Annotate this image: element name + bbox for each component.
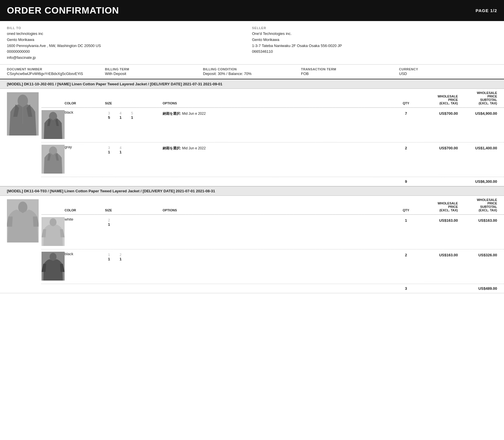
- currency-value: USD: [399, 72, 497, 76]
- billing-term-cell: BILLING TERM With Deposit: [105, 67, 203, 76]
- group-total-qty: 9: [394, 179, 418, 184]
- group-total-amount: US$6,300.00: [458, 179, 504, 184]
- currency-label: CURRENCY: [399, 67, 497, 71]
- variant-options-cell: [163, 252, 394, 253]
- variant-options-cell: 納期を選択: Mid Jun e 2022: [163, 110, 394, 116]
- transaction-term-cell: TRANSACTION TERM FOB: [301, 67, 399, 76]
- seller-block: SELLER One'd Technologies inc. Gento Mor…: [252, 26, 497, 61]
- variant-qty-cell: 7: [394, 110, 418, 116]
- variant-row: gray3141納期を選択: Mid Jun e 20222US$700.00U…: [42, 142, 504, 177]
- bill-to-address: oned technologies inc Gento Morikawa 160…: [7, 31, 252, 61]
- table-column-header: size: [105, 208, 163, 212]
- product-group-2: [MODEL] DK11-04-T03 / [NAME] Linen Cotto…: [0, 186, 504, 293]
- page-title: ORDER CONFIRMATION: [7, 5, 119, 16]
- variant-color-cell: gray: [65, 145, 105, 150]
- doc-number-value: CSxyhcw6wlJFvWt6gvYrEBdxXg5cGbxvEYiS: [7, 72, 105, 76]
- group-total-row-1: 9US$6,300.00: [42, 177, 504, 186]
- doc-number-label: DOCUMENT NUMBER: [7, 67, 105, 71]
- svg-point-10: [50, 218, 57, 226]
- group-total-qty: 3: [394, 286, 418, 291]
- variant-image-cell: [42, 145, 65, 174]
- size-column: 41: [116, 146, 125, 154]
- variant-subtotal-cell: US$163.00: [458, 217, 504, 223]
- variant-image-cell: [42, 110, 65, 140]
- size-column: 35: [105, 111, 113, 120]
- variant-options-cell: [163, 217, 394, 218]
- variant-color-cell: black: [65, 110, 105, 116]
- table-column-header: size: [105, 101, 163, 105]
- table-column-header: OPTIONS: [163, 101, 394, 105]
- address-section: BILL TO oned technologies inc Gento Mori…: [0, 21, 504, 65]
- variant-image-cell: [42, 252, 65, 281]
- billing-condition-cell: BILLING CONDITION Deposit: 30% / Balance…: [203, 67, 301, 76]
- page-header: ORDER CONFIRMATION PAGE 1/2: [0, 0, 504, 21]
- currency-cell: CURRENCY USD: [399, 67, 497, 76]
- group-main-row-2: colorsizeOPTIONSQTYWHOLESALE PRICE (Excl…: [0, 196, 504, 293]
- variant-image-cell: [42, 217, 65, 247]
- table-column-header: WHOLESALE PRICE (Excl. TAX): [418, 202, 458, 212]
- variant-color-cell: black: [65, 252, 105, 257]
- group-header-2: [MODEL] DK11-04-T03 / [NAME] Linen Cotto…: [0, 186, 504, 196]
- main-product-image-2: [7, 196, 42, 247]
- table-column-header: QTY: [394, 208, 418, 212]
- bill-to-block: BILL TO oned technologies inc Gento Mori…: [7, 26, 252, 61]
- variant-subtotal-cell: US$326.00: [458, 252, 504, 257]
- seller-address: One'd Technologies inc. Gento Morikawa 1…: [252, 31, 497, 55]
- group-table-2: colorsizeOPTIONSQTYWHOLESALE PRICE (Excl…: [42, 196, 504, 293]
- table-column-header: WHOLESALE PRICE (Excl. TAX): [418, 95, 458, 105]
- size-column: 21: [105, 218, 113, 227]
- table-column-header: WHOLESALE PRICE SUBTOTAL (Excl. TAX): [458, 198, 504, 212]
- table-column-header: color: [65, 208, 105, 212]
- size-column: 11: [105, 253, 113, 261]
- variant-qty-cell: 2: [394, 252, 418, 257]
- variant-subtotal-cell: US$1,400.00: [458, 145, 504, 150]
- group-table-1: colorsizeOPTIONSQTYWHOLESALE PRICE (Excl…: [42, 89, 504, 186]
- size-column: 51: [128, 111, 136, 120]
- doc-number-cell: DOCUMENT NUMBER CSxyhcw6wlJFvWt6gvYrEBdx…: [7, 67, 105, 76]
- billing-condition-value: Deposit: 30% / Balance: 70%: [203, 72, 301, 76]
- variant-size-cell: 21: [105, 217, 163, 227]
- transaction-term-value: FOB: [301, 72, 399, 76]
- page-number: PAGE 1/2: [476, 8, 497, 13]
- transaction-term-label: TRANSACTION TERM: [301, 67, 399, 71]
- variant-size-cell: 354151: [105, 110, 163, 120]
- size-column: 41: [116, 111, 125, 120]
- table-column-header: color: [65, 101, 105, 105]
- product-group-1: [MODEL] DK11-10-J02-001 / [NAME] Linen C…: [0, 79, 504, 186]
- variant-price-cell: US$700.00: [418, 110, 458, 116]
- billing-term-label: BILLING TERM: [105, 67, 203, 71]
- variant-qty-cell: 1: [394, 217, 418, 223]
- group-header-1: [MODEL] DK11-10-J02-001 / [NAME] Linen C…: [0, 79, 504, 89]
- variant-row: white211US$163.00US$163.00: [42, 215, 504, 249]
- table-column-header: OPTIONS: [163, 208, 394, 212]
- bill-to-label: BILL TO: [7, 26, 252, 30]
- svg-point-12: [50, 253, 57, 261]
- table-header-row-2: colorsizeOPTIONSQTYWHOLESALE PRICE (Excl…: [42, 196, 504, 215]
- table-header-row-1: colorsizeOPTIONSQTYWHOLESALE PRICE (Excl…: [42, 89, 504, 108]
- variant-qty-cell: 2: [394, 145, 418, 150]
- size-column: 21: [116, 253, 125, 261]
- group-total-amount: US$489.00: [458, 286, 504, 291]
- variant-row: black11212US$163.00US$326.00: [42, 249, 504, 284]
- table-column-header: WHOLESALE PRICE SUBTOTAL (Excl. TAX): [458, 91, 504, 105]
- billing-condition-label: BILLING CONDITION: [203, 67, 301, 71]
- variant-price-cell: US$163.00: [418, 217, 458, 223]
- variant-row: black354151納期を選択: Mid Jun e 20227US$700.…: [42, 108, 504, 142]
- variant-price-cell: US$163.00: [418, 252, 458, 257]
- variant-options-cell: 納期を選択: Mid Jun e 2022: [163, 145, 394, 151]
- group-total-row-2: 3US$489.00: [42, 284, 504, 293]
- variant-price-cell: US$700.00: [418, 145, 458, 150]
- seller-label: SELLER: [252, 26, 497, 30]
- variant-size-cell: 1121: [105, 252, 163, 261]
- variant-color-cell: white: [65, 217, 105, 223]
- document-info-row: DOCUMENT NUMBER CSxyhcw6wlJFvWt6gvYrEBdx…: [0, 65, 504, 79]
- main-product-image-1: [7, 89, 42, 140]
- size-column: 31: [105, 146, 113, 154]
- product-groups-container: [MODEL] DK11-10-J02-001 / [NAME] Linen C…: [0, 79, 504, 293]
- variant-subtotal-cell: US$4,900.00: [458, 110, 504, 116]
- table-column-header: QTY: [394, 101, 418, 105]
- billing-term-value: With Deposit: [105, 72, 203, 76]
- variant-size-cell: 3141: [105, 145, 163, 154]
- group-main-row-1: colorsizeOPTIONSQTYWHOLESALE PRICE (Excl…: [0, 89, 504, 186]
